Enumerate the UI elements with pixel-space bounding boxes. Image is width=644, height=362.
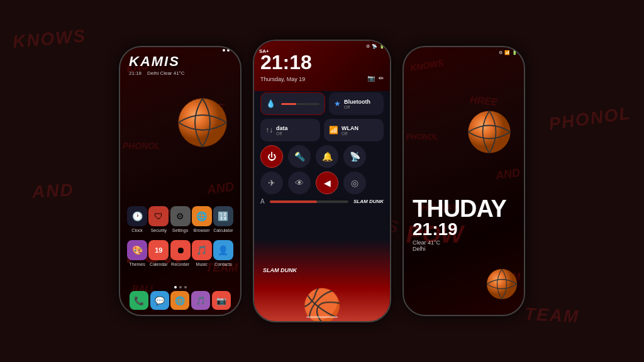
calendar-icon: 19 <box>148 240 169 260</box>
app-security[interactable]: 🛡 Security <box>148 206 169 233</box>
app-music[interactable]: 🎵 Music <box>191 240 213 266</box>
phone-3: knows hree phonol and this way pow team … <box>402 46 525 316</box>
phone2-date-text: Thursday, May 19 <box>260 76 305 82</box>
data-text: data Off <box>276 125 288 136</box>
cc-row-2: ↑↓ data Off 📶 WLAN Off <box>260 119 384 141</box>
music-icon: 🎵 <box>192 240 212 260</box>
bluetooth-label: Bluetooth <box>344 99 370 105</box>
data-label: data <box>276 125 288 131</box>
dot-1 <box>174 286 177 288</box>
dock-camera[interactable]: 📷 <box>212 291 231 310</box>
cc-toggle-location[interactable]: ◀ <box>316 172 338 194</box>
phone1-title: KAMIS <box>129 53 231 70</box>
cc-toggle-airplane[interactable]: ✈ <box>260 172 283 194</box>
slam-dunk-bottom-label: SLAM DUNK <box>263 268 297 274</box>
app-calendar-label: Calendar <box>150 262 167 266</box>
wifi-icon <box>227 49 230 52</box>
phone2-date-icons: 📷 ✏ <box>367 75 384 82</box>
cc-wlan-tile[interactable]: 📶 WLAN Off <box>324 119 384 141</box>
phone1-basketball <box>177 97 228 148</box>
phone1-header: KAMIS 21:18 Delhi Clear 41°C <box>120 53 240 76</box>
page-dots <box>120 286 240 288</box>
app-contacts[interactable]: 👤 Contacts <box>213 240 234 266</box>
dock-messages[interactable]: 💬 <box>150 291 169 310</box>
contacts-icon: 👤 <box>213 240 233 260</box>
phone1-status-bar <box>223 49 234 52</box>
water-bar <box>281 103 319 105</box>
phone2-edit-icon[interactable]: ✏ <box>379 75 384 82</box>
browser-icon: 🌐 <box>192 206 212 226</box>
wlan-icon: 📶 <box>329 126 338 134</box>
phone3-basketball <box>467 110 511 154</box>
app-recorder-label: Recorder <box>171 262 189 266</box>
cc-water-tile[interactable]: 💧 <box>260 92 325 115</box>
cc-toggle-eye[interactable]: 👁 <box>288 172 311 194</box>
phone3-basketball-bottom <box>486 268 518 302</box>
phone3-time-block: THUDAY 21:19 Clear 41°C Delhi <box>413 197 506 252</box>
brightness-bar[interactable] <box>270 200 348 203</box>
cc-toggle-cast[interactable]: 📡 <box>343 145 366 168</box>
wlan-label: WLAN <box>341 125 358 131</box>
recorder-icon: ⏺ <box>170 240 191 260</box>
phone3-status-bar: ⚙ 📶 🔋 <box>404 50 524 55</box>
phone1-location: Delhi Clear 41°C <box>147 70 185 76</box>
phone1-time: 21:18 <box>129 70 142 76</box>
phone2-date: Thursday, May 19 <box>260 76 305 82</box>
phone3-signal-icon: 📶 <box>504 50 510 55</box>
phone2-camera-icon[interactable]: 📷 <box>367 75 375 82</box>
app-recorder[interactable]: ⏺ Recorder <box>169 240 191 266</box>
cc-toggle-eye2[interactable]: ◎ <box>343 172 366 194</box>
svg-point-3 <box>487 269 517 299</box>
cc-data-tile[interactable]: ↑↓ data Off <box>260 119 320 141</box>
app-calendar[interactable]: 19 Calendar <box>148 240 169 266</box>
cc-toggle-flashlight[interactable]: 🔦 <box>288 145 311 168</box>
cc-toggle-power[interactable]: ⏻ <box>260 145 283 168</box>
phone2-carrier: SA+ <box>259 44 269 55</box>
dock-music[interactable]: 🎵 <box>191 291 210 310</box>
phone3-screen: knows hree phonol and this way pow team … <box>404 47 524 315</box>
app-browser[interactable]: 🌐 Browser <box>191 206 213 233</box>
calculator-icon: 🔢 <box>213 206 233 226</box>
phone1-screen: knows hree phonol and this way pow team … <box>120 47 240 315</box>
bluetooth-icon: ★ <box>334 99 341 108</box>
slam-dunk-label: SLAM DUNK <box>353 199 384 204</box>
app-row-1: 🕐 Clock 🛡 Security ⚙ Settings 🌐 Browser … <box>126 206 234 233</box>
phone2-top-status: ⚙ 📡 🔋 <box>366 44 385 49</box>
app-clock[interactable]: 🕐 Clock <box>126 206 148 233</box>
bluetooth-text: Bluetooth Off <box>344 99 370 109</box>
home-indicator[interactable] <box>306 316 338 318</box>
signal-icon <box>223 49 225 52</box>
app-settings-label: Settings <box>172 228 188 233</box>
data-icon: ↑↓ <box>265 126 273 134</box>
phone2-bottom-area: SLAM DUNK 🏀 <box>254 239 390 321</box>
app-security-label: Security <box>151 228 167 233</box>
phone1-subtitle: 21:18 Delhi Clear 41°C <box>129 70 231 76</box>
water-bar-fill <box>281 103 296 105</box>
cc-bluetooth-tile[interactable]: ★ Bluetooth Off <box>329 92 384 115</box>
dock-phone[interactable]: 📞 <box>130 291 148 310</box>
app-calculator[interactable]: 🔢 Calculator <box>213 206 234 233</box>
app-themes-label: Themes <box>129 262 145 266</box>
cc-brightness: A SLAM DUNK <box>260 198 384 205</box>
phone1-background: knows hree phonol and this way pow team … <box>120 47 240 315</box>
phone3-location: Delhi <box>413 246 426 252</box>
phone3-weather: Clear 41°C Delhi <box>413 239 506 252</box>
phone1-dock: 📞 💬 🌐 🎵 📷 <box>120 291 240 310</box>
cc-row-1: 💧 ★ Bluetooth Off <box>260 92 384 115</box>
dot-2 <box>179 286 182 288</box>
control-center-tiles: 💧 ★ Bluetooth Off ↑↓ <box>260 92 384 209</box>
phone3-weather-text: Clear 41°C <box>413 239 440 246</box>
wlan-text: WLAN Off <box>341 125 358 136</box>
cc-toggle-bell[interactable]: 🔔 <box>316 145 338 168</box>
app-contacts-label: Contacts <box>214 262 232 266</box>
data-sub: Off <box>276 131 288 136</box>
app-settings[interactable]: ⚙ Settings <box>169 206 191 233</box>
app-calculator-label: Calculator <box>213 228 233 233</box>
svg-point-2 <box>468 111 510 153</box>
water-icon: 💧 <box>266 99 275 108</box>
dock-browser[interactable]: 🌐 <box>170 291 189 310</box>
wlan-sub: Off <box>341 131 358 136</box>
themes-icon: 🎨 <box>127 240 147 260</box>
brightness-icon: A <box>260 198 265 205</box>
app-themes[interactable]: 🎨 Themes <box>126 240 148 266</box>
